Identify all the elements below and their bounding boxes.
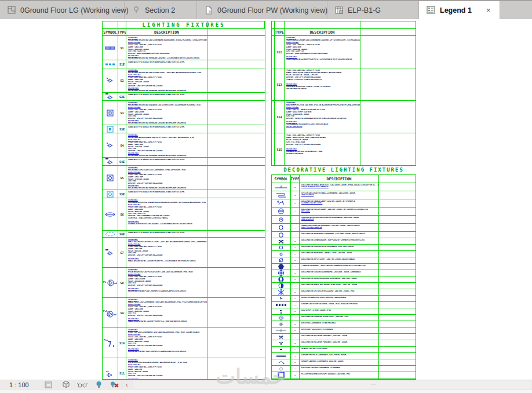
fixture-row-s3e[interactable]: S3ESAME AS TYPE S3 BUT WITH EMERGENCY BA… xyxy=(103,125,265,133)
flag-sm-symbol-icon: xx xyxy=(103,358,118,380)
type-code: S10 xyxy=(118,328,126,358)
decorative-row[interactable]: -LINEAR PROFILE LUMINAIRE , LED 20W/M - … xyxy=(272,353,416,359)
fixture-row-s10[interactable]: PxxS10GENERAL:POST TOP LED LUMINAIRE , D… xyxy=(103,328,265,358)
decorative-row[interactable]: -LED STRIP 7.2 W/M - 3000K , IP20 xyxy=(272,308,416,315)
visual-style-icon[interactable] xyxy=(60,380,70,389)
decorative-row[interactable]: -EXISTING LUMINAIRE TO BE REUSED xyxy=(272,321,416,328)
description-line: DECORATIVE FLOOR LAMP , LED 9W - 3000K ,… xyxy=(301,209,378,211)
decorative-row[interactable]: -DECORATIVE SEMI RECESSED LUMINAIRE , LE… xyxy=(272,276,416,283)
decorative-row[interactable]: -DECORATIVE PENDANT , SMALL TYPE , LED 8… xyxy=(272,251,416,257)
fixture-row-s8[interactable]: PhadS8GENERAL:POLE MOUNTED LED FLOOD LIG… xyxy=(103,268,265,298)
fixture-row-s6[interactable]: S6GENERAL:SURFACE MOUNTED LINEAR LED LUM… xyxy=(103,198,265,231)
type-code: S12 xyxy=(275,36,285,68)
drawing-canvas[interactable]: LIGHTING FIXTURESSYMBOLTYPEDESCRIPTIONS1… xyxy=(0,19,532,380)
circ-flag-symbol-icon: Phad xyxy=(103,268,118,297)
collapse-chevron-icon[interactable]: ‹ xyxy=(126,381,128,389)
column-header-description: DESCRIPTION xyxy=(285,29,360,35)
decorative-row[interactable]: -DECORATIVE WALL RECESSED STEP LIGHT , L… xyxy=(272,283,416,289)
decorative-row[interactable]: -CEILING MOUNTED DECORATIVE LUMINAIRE , … xyxy=(272,216,416,224)
decorative-description: FLOOR RECESSED UPLIGHT 600x600 , LED 30W… xyxy=(300,372,379,378)
decorative-row[interactable]: -EXISTING CEILING LUMINAIRE TO REMAIN xyxy=(272,366,416,372)
decorative-description: LINEAR LED STRIP 14.4 W/M - 3000K , IP20… xyxy=(300,302,379,308)
oval-symbol-icon xyxy=(272,224,291,231)
decorative-row[interactable]: -DECORATIVE CHANDELIER , SUPPLIED BY OWN… xyxy=(272,238,416,245)
svg-text:ad: ad xyxy=(114,282,117,285)
decorative-row[interactable]: -DIRECTION ARROW SIGN , LED 3W - MAINTAI… xyxy=(272,296,416,302)
decorative-row[interactable]: -EXISTING POLE LIGHT TO REMAIN xyxy=(272,328,416,334)
description-line: SAME AS TYPE S3 BUT WITH EMERGENCY BATTE… xyxy=(128,126,207,129)
lightbulb-x-icon[interactable] xyxy=(110,381,119,389)
empty-cell xyxy=(379,245,416,250)
dash-symbol-icon xyxy=(272,347,291,352)
type-dash: - xyxy=(291,334,300,340)
type-code: S5E xyxy=(118,190,126,198)
flag-dark-symbol-icon xyxy=(103,93,118,100)
view-tab-0ground-floor-lg-working-view-[interactable]: 0Ground Floor LG (Working view) xyxy=(0,1,125,19)
fixture-row-s4e[interactable]: S4ESAME AS TYPE S4 BUT WITH EMERGENCY BA… xyxy=(103,158,265,166)
fixture-row-s1e[interactable]: S1ESAME AS TYPE S1 BUT WITH EMERGENCY BA… xyxy=(103,60,265,68)
fixture-row-s5[interactable]: S5GENERAL:RECESSED CIRCULAR LED LUMINAIR… xyxy=(103,166,265,190)
drafting-view-icon xyxy=(205,6,213,14)
decorative-row[interactable]: -DECORATIVE WALL BRACKET , LED 2x6W - 30… xyxy=(272,183,416,191)
fixture-row-s5e[interactable]: S5ESAME AS TYPE S5 BUT WITH EMERGENCY BA… xyxy=(103,190,265,198)
view-tab-section-2[interactable]: Section 2 xyxy=(125,1,197,19)
fixture-row-s11[interactable]: xxS11GENERAL:OUTDOOR LED BOLLARD 900MM ,… xyxy=(103,358,265,380)
fixture-row-s1[interactable]: S1GENERAL:RECESSED MOUNTED LED LUMINAIRE… xyxy=(103,36,265,60)
decorative-row[interactable]: -FLOOR RECESSED UPLIGHT 600x600 , LED 30… xyxy=(272,372,416,379)
decorative-row[interactable]: -DECORATIVE FLOWER PENDANT , LED 9W - 30… xyxy=(272,340,416,347)
fixture-row-s2[interactable]: S2GENERAL:RECESSED MOUNTED LED DOWN LIGH… xyxy=(103,68,265,93)
fixture-row-s3[interactable]: S3GENERAL:RECESSED MOUNTED SQUARE LED DO… xyxy=(103,101,265,125)
empty-cell xyxy=(207,36,265,60)
fixture-row-s13[interactable]: S13VOLT : 220 - 240V AC , 50HZ P.F > 0.9… xyxy=(272,68,416,101)
type-code: S3 xyxy=(118,101,126,125)
column-header-symbol: SYMBOL xyxy=(103,29,118,35)
decorative-row[interactable]: -DECORATIVE TABLE LAMP , LED 6W - 3000K … xyxy=(272,199,416,208)
decorative-row[interactable]: -DECORATIVE PENDANT LUMINAIRE , LED 18W … xyxy=(272,232,416,238)
fixture-row-s12[interactable]: S12GENERAL:SUSPENDED LINEAR LED LUMINAIR… xyxy=(272,36,416,68)
fixture-description: GENERAL:SUSPENDED LINEAR LED LUMINAIRE 1… xyxy=(285,36,360,68)
decorative-row[interactable]: -SMALL DECORATIVE PENDANT , LED 6W - 300… xyxy=(272,224,416,232)
fixture-row-s14[interactable]: S14GENERAL:LED STRIP IN COVE 14.4 W/M , … xyxy=(272,101,416,133)
fixture-row-s7[interactable]: S7GENERAL:WALL MOUNTED LED SPOT LIGHT , … xyxy=(103,238,265,268)
decorative-row[interactable]: -SPARE , REFER TO ID DWGS xyxy=(272,347,416,353)
decorative-row[interactable]: -~ LARGE PENDANT , SUPPLIED BY OWNER & F… xyxy=(272,264,416,270)
type-dash: - xyxy=(291,245,300,250)
type-dash: - xyxy=(291,232,300,238)
description-line: RECESSED MOUNTED IN FALSE CEILING AS SHO… xyxy=(128,187,207,190)
decorative-row[interactable]: -DECORATIVE CEILING LUMINAIRE , LED 24W … xyxy=(272,270,416,276)
decorative-row[interactable]: -DECORATIVE SPOT LIGHT , LED 7W - 3000K … xyxy=(272,257,416,264)
column-header-symbol: SYMBOL xyxy=(272,175,291,183)
view-tab-0ground-floor-pw-working-view-[interactable]: 0Ground Floor PW (Working view) xyxy=(197,1,327,19)
fixture-row-s6e[interactable]: S6ESAME AS TYPE S6 BUT WITH EMERGENCY BA… xyxy=(103,231,265,238)
description-line: SURFACE MOUNTED ON CEILING - COORDINATE … xyxy=(128,223,207,225)
lightbulb-icon[interactable] xyxy=(95,381,103,389)
decorative-row[interactable]: -UP / DN DECORATIVE WALL LUMINAIRE , LED… xyxy=(272,191,416,199)
description-line: SAME AS TYPE S5 BUT WITH EMERGENCY BATTE… xyxy=(128,191,207,194)
description-line: LINEAR LED STRIP 14.4 W/M - 3000K , IP20… xyxy=(301,303,378,305)
decorative-row[interactable]: -UNDER CABINET LUMINAIRE , LED 8W - 3000… xyxy=(272,359,416,366)
description-line: EXISTING POLE LIGHT TO REMAIN xyxy=(301,329,378,331)
type-code: S1 xyxy=(118,36,126,60)
svg-text:Pxx: Pxx xyxy=(104,339,108,341)
decorative-row[interactable]: -LINEAR LED STRIP 14.4 W/M - 3000K , IP2… xyxy=(272,302,416,308)
column-header-type: TYPE xyxy=(291,175,300,183)
view-tab-legend-1[interactable]: Legend 1× xyxy=(419,1,500,19)
decorative-row[interactable]: -DECORATIVE GARDEN SPIKE LIGHT , LED 5W … xyxy=(272,315,416,321)
fixture-row-s9[interactable]: PxhadS9GENERAL:WALL PACK LED LUMINAIRE ,… xyxy=(103,298,265,328)
decorative-row[interactable]: -DECORATIVE FLOOR LAMP , LED 9W - 3000K … xyxy=(272,208,416,216)
decorative-row[interactable]: -DECORATIVE FLOWER PENDANT , LED 6W - 30… xyxy=(272,334,416,340)
close-tab-icon[interactable]: × xyxy=(486,6,491,14)
view-tab-elp-b1-g[interactable]: ELP-B1-G xyxy=(327,1,419,19)
empty-cell xyxy=(379,232,416,238)
decorative-description: UNDER CABINET LUMINAIRE , LED 8W - 3000K xyxy=(300,359,379,365)
decorative-row[interactable]: -DECORATIVE OUTDOOR BOLLARD , LED 9W - 3… xyxy=(272,289,416,296)
decorative-row[interactable]: -DECORATIVE CEILING MTD LUMINAIRE , LED … xyxy=(272,245,416,251)
lighting-table-title: LIGHTING FIXTURES xyxy=(103,22,265,28)
glasses-icon[interactable] xyxy=(77,381,88,388)
empty-cell xyxy=(207,133,265,157)
fixture-row-s2e[interactable]: S2ESAME AS TYPE S2 BUT WITH EMERGENCY BA… xyxy=(103,93,265,101)
fixture-row-s15[interactable]: S15VOLT : 220 - 240V AC , 50HZ P.F > 0.9… xyxy=(272,133,416,166)
view-scale[interactable]: 1 : 100 xyxy=(9,381,29,388)
detail-level-icon[interactable] xyxy=(44,381,53,389)
fixture-row-s4[interactable]: S4GENERAL:RECESSED ADJUSTABLE LED SPOT L… xyxy=(103,133,265,158)
